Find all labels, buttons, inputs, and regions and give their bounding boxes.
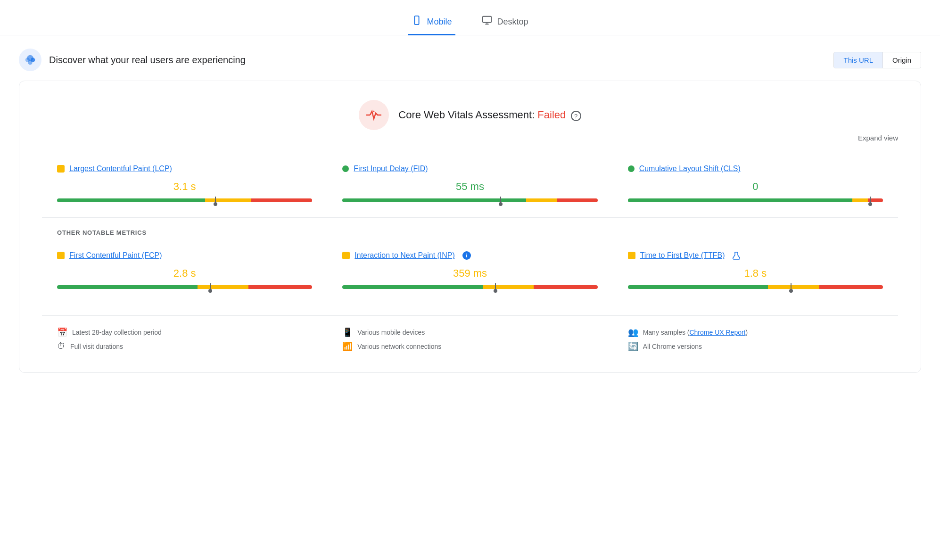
tab-bar: Mobile Desktop — [0, 0, 940, 35]
metric-label-row-ttfb: Time to First Byte (TTFB) — [628, 251, 883, 260]
chrome-ux-report-link[interactable]: Chrome UX Report — [689, 329, 745, 336]
footer-item: 🔄 All Chrome versions — [613, 339, 898, 354]
footer-text: Latest 28-day collection period — [72, 329, 162, 336]
header-title: Discover what your real users are experi… — [49, 55, 246, 66]
expand-view-label: Expand view — [858, 134, 898, 142]
main-card: Core Web Vitals Assessment: Failed ? Exp… — [19, 81, 921, 373]
footer-icon: 🔄 — [628, 341, 638, 352]
mobile-icon — [412, 15, 422, 28]
metric-value-lcp: 3.1 s — [57, 181, 312, 193]
footer-col3: 👥 Many samples (Chrome UX Report) 🔄 All … — [613, 325, 898, 354]
metric-item-lcp: Largest Contentful Paint (LCP) 3.1 s — [42, 153, 327, 214]
footer-text: Various mobile devices — [357, 329, 425, 336]
progress-track-lcp — [57, 198, 312, 202]
pb-orange-lcp — [205, 198, 251, 202]
expand-view-button[interactable]: Expand view — [42, 134, 898, 142]
progress-track-fid — [342, 198, 597, 202]
assessment-status: Failed — [537, 109, 566, 121]
progress-bar-inp — [342, 285, 597, 289]
card-footer: 📅 Latest 28-day collection period ⏱ Full… — [42, 315, 898, 354]
header-left: Discover what your real users are experi… — [19, 49, 246, 71]
progress-track-inp — [342, 285, 597, 289]
footer-item: 👥 Many samples (Chrome UX Report) — [613, 325, 898, 339]
pb-orange-fid — [526, 198, 557, 202]
progress-marker-cls — [870, 197, 871, 204]
metric-label-row-inp: Interaction to Next Paint (INP) i — [342, 251, 597, 260]
svg-marker-10 — [373, 110, 375, 112]
footer-col2: 📱 Various mobile devices 📶 Various netwo… — [327, 325, 612, 354]
progress-marker-ttfb — [791, 283, 792, 291]
metric-label-fid[interactable]: First Input Delay (FID) — [354, 165, 428, 173]
assessment-title-prefix: Core Web Vitals Assessment: — [398, 109, 537, 121]
metric-label-fcp[interactable]: First Contentful Paint (FCP) — [69, 251, 162, 260]
pb-orange-cls — [852, 198, 867, 202]
flask-icon-ttfb — [733, 251, 740, 260]
metric-dot-ttfb — [628, 252, 635, 259]
metric-value-fcp: 2.8 s — [57, 267, 312, 280]
footer-text: All Chrome versions — [643, 343, 702, 350]
metric-item-fid: First Input Delay (FID) 55 ms — [327, 153, 612, 214]
footer-icon: ⏱ — [57, 341, 66, 351]
tab-desktop[interactable]: Desktop — [478, 9, 532, 35]
pb-green-fid — [342, 198, 526, 202]
metric-dot-cls — [628, 165, 635, 172]
metric-dot-lcp — [57, 165, 65, 173]
metric-value-cls: 0 — [628, 181, 883, 193]
progress-bar-lcp — [57, 198, 312, 202]
origin-button[interactable]: Origin — [883, 52, 921, 68]
pb-green-fcp — [57, 285, 198, 289]
tab-mobile[interactable]: Mobile — [408, 9, 455, 35]
svg-rect-2 — [483, 16, 491, 23]
pb-orange-inp — [483, 285, 534, 289]
footer-col1: 📅 Latest 28-day collection period ⏱ Full… — [42, 325, 327, 354]
metric-item-cls: Cumulative Layout Shift (CLS) 0 — [613, 153, 898, 214]
pb-red-fid — [557, 198, 598, 202]
metric-item-ttfb: Time to First Byte (TTFB) 1.8 s — [613, 240, 898, 300]
metric-value-ttfb: 1.8 s — [628, 267, 883, 280]
footer-item: ⏱ Full visit durations — [42, 339, 327, 353]
footer-icon: 📅 — [57, 327, 67, 338]
progress-bar-cls — [628, 198, 883, 202]
metric-label-row-fcp: First Contentful Paint (FCP) — [57, 251, 312, 260]
progress-track-cls — [628, 198, 883, 202]
help-icon[interactable]: ? — [571, 111, 581, 121]
metric-label-inp[interactable]: Interaction to Next Paint (INP) — [355, 251, 455, 260]
progress-bar-ttfb — [628, 285, 883, 289]
footer-item: 📱 Various mobile devices — [327, 325, 612, 339]
this-url-button[interactable]: This URL — [834, 52, 883, 68]
pb-green-ttfb — [628, 285, 768, 289]
progress-track-fcp — [57, 285, 312, 289]
svg-rect-0 — [415, 16, 419, 25]
assessment-title-row: Core Web Vitals Assessment: Failed ? — [398, 109, 581, 122]
url-toggle: This URL Origin — [833, 52, 921, 68]
progress-marker-fcp — [210, 283, 211, 291]
tab-mobile-label: Mobile — [427, 17, 452, 27]
progress-bar-fcp — [57, 285, 312, 289]
pb-orange-ttfb — [768, 285, 819, 289]
svg-point-8 — [28, 60, 32, 65]
footer-icon: 👥 — [628, 327, 638, 338]
info-icon-inp[interactable]: i — [462, 251, 471, 260]
assessment-header: Core Web Vitals Assessment: Failed ? — [42, 100, 898, 130]
progress-marker-fid — [500, 197, 501, 204]
other-metrics-grid: First Contentful Paint (FCP) 2.8 s Inter… — [42, 240, 898, 300]
metric-label-lcp[interactable]: Largest Contentful Paint (LCP) — [69, 165, 172, 173]
footer-item: 📅 Latest 28-day collection period — [42, 325, 327, 339]
pb-red-fcp — [248, 285, 312, 289]
pb-green-cls — [628, 198, 852, 202]
metric-value-fid: 55 ms — [342, 181, 597, 193]
progress-marker-lcp — [215, 197, 216, 204]
desktop-icon — [482, 15, 492, 28]
section-divider — [42, 217, 898, 218]
metric-value-inp: 359 ms — [342, 267, 597, 280]
metric-label-cls[interactable]: Cumulative Layout Shift (CLS) — [639, 165, 741, 173]
metric-label-row-fid: First Input Delay (FID) — [342, 165, 597, 173]
assessment-icon — [359, 100, 389, 130]
footer-text: Many samples (Chrome UX Report) — [643, 329, 748, 336]
tab-desktop-label: Desktop — [497, 17, 528, 27]
footer-item: 📶 Various network connections — [327, 339, 612, 354]
header-section: Discover what your real users are experi… — [0, 35, 940, 81]
metric-label-ttfb[interactable]: Time to First Byte (TTFB) — [640, 251, 725, 260]
pb-green-inp — [342, 285, 483, 289]
metric-label-row-lcp: Largest Contentful Paint (LCP) — [57, 165, 312, 173]
